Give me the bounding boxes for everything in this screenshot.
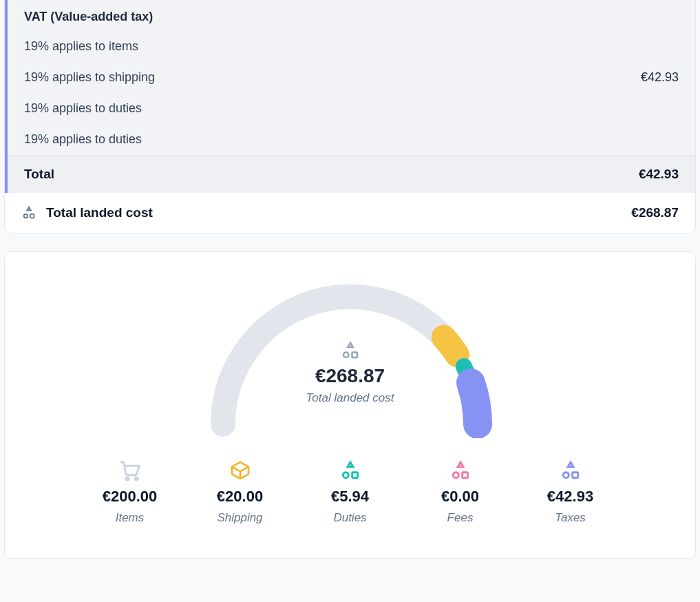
svg-rect-9 [462, 473, 467, 478]
svg-rect-1 [30, 214, 34, 218]
shapes-icon [560, 459, 582, 481]
svg-rect-7 [352, 473, 357, 478]
breakdown-taxes-value: €42.93 [547, 488, 593, 506]
vat-line-text: 19% applies to duties [24, 101, 142, 116]
vat-total-amount: €42.93 [639, 167, 679, 182]
tax-summary-card: VAT (Value-added tax) 19% applies to ite… [4, 0, 696, 233]
vat-title: VAT (Value-added tax) [24, 0, 679, 31]
breakdown-items-label: Items [116, 511, 145, 525]
svg-point-10 [563, 473, 569, 478]
landed-cost-label: Total landed cost [46, 205, 153, 220]
landed-cost-breakdown-card: €268.87 Total landed cost €200.00 Items [4, 251, 696, 559]
breakdown-duties-value: €5.94 [331, 488, 369, 506]
breakdown-taxes: €42.93 Taxes [536, 459, 605, 525]
svg-point-6 [343, 473, 348, 478]
svg-rect-3 [352, 353, 357, 358]
breakdown-items-value: €200.00 [103, 488, 158, 506]
package-icon [229, 459, 251, 481]
svg-point-5 [135, 477, 138, 480]
vat-section: VAT (Value-added tax) 19% applies to ite… [5, 0, 695, 193]
breakdown-fees-value: €0.00 [441, 488, 479, 506]
breakdown-duties-label: Duties [333, 511, 366, 525]
shapes-icon [21, 205, 36, 220]
shapes-icon [340, 340, 361, 361]
breakdown-items: €200.00 Items [96, 459, 165, 525]
vat-line-amount: €42.93 [641, 70, 679, 85]
svg-point-8 [453, 473, 458, 478]
landed-cost-gauge: €268.87 Total landed cost [206, 280, 495, 438]
cost-breakdown-row: €200.00 Items €20.00 Shipping [19, 459, 681, 525]
svg-rect-11 [572, 473, 577, 478]
gauge-caption: Total landed cost [306, 391, 394, 405]
svg-point-0 [24, 214, 28, 218]
vat-line: 19% applies to items [24, 31, 679, 62]
breakdown-shipping-label: Shipping [217, 511, 262, 525]
svg-point-2 [343, 353, 349, 358]
shapes-icon [449, 459, 471, 481]
landed-cost-row: Total landed cost €268.87 [5, 193, 695, 233]
vat-line-text: 19% applies to duties [24, 132, 142, 147]
vat-line-text: 19% applies to shipping [24, 70, 155, 85]
vat-line-text: 19% applies to items [24, 39, 138, 54]
vat-total-row: Total €42.93 [8, 155, 695, 193]
svg-point-4 [126, 477, 129, 480]
breakdown-duties: €5.94 Duties [316, 459, 385, 525]
breakdown-fees-label: Fees [447, 511, 474, 525]
cart-icon [119, 459, 141, 481]
breakdown-taxes-label: Taxes [555, 511, 586, 525]
breakdown-fees: €0.00 Fees [426, 459, 495, 525]
shapes-icon [339, 459, 361, 481]
breakdown-shipping-value: €20.00 [217, 488, 263, 506]
gauge-value: €268.87 [315, 365, 385, 387]
breakdown-shipping: €20.00 Shipping [206, 459, 275, 525]
vat-line: 19% applies to shipping €42.93 [24, 62, 679, 93]
vat-total-label: Total [24, 167, 54, 182]
landed-cost-amount: €268.87 [631, 205, 679, 220]
vat-line: 19% applies to duties [24, 93, 679, 124]
vat-line: 19% applies to duties [24, 124, 679, 155]
